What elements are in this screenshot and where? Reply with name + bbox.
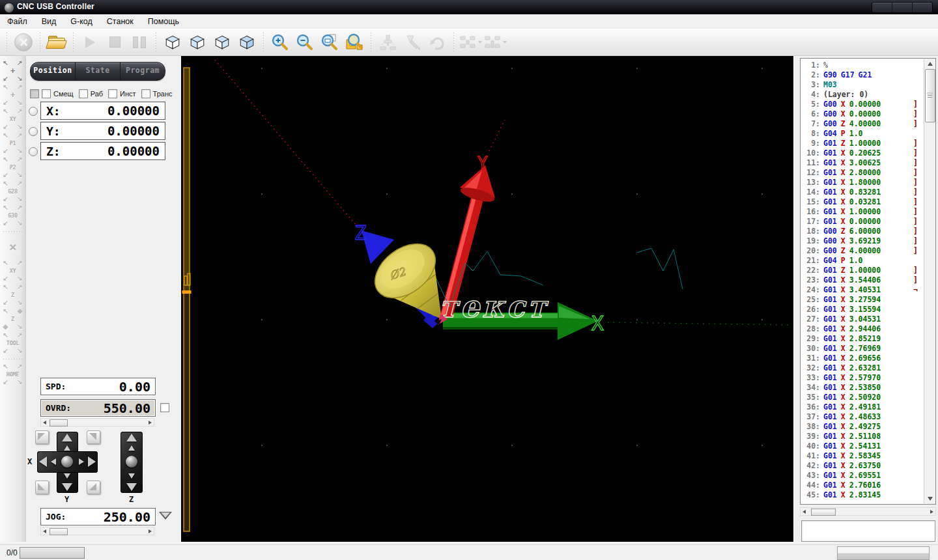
zero-z-button[interactable]: ↖↗↙↘Z — [2, 283, 24, 307]
maximize-button[interactable] — [892, 3, 913, 12]
jog-z-center-ball[interactable] — [126, 456, 137, 468]
scroll-thumb[interactable] — [925, 69, 935, 122]
gcode-line[interactable]: 16:G01X1.00000] — [801, 207, 923, 217]
gcode-line[interactable]: 39:G01X2.51108 — [801, 432, 923, 441]
measure-z-button[interactable]: ↖◆◆↘Z — [2, 307, 24, 331]
gcode-line[interactable]: 36:G01X2.49181 — [801, 402, 923, 412]
scroll-right-arrow-icon[interactable] — [930, 510, 933, 514]
jog-x-minus-icon[interactable] — [39, 456, 47, 467]
jog-x-plus-small-icon[interactable] — [79, 458, 84, 465]
zoom-extents-button[interactable] — [343, 31, 366, 54]
axes-preset-2-button[interactable] — [483, 31, 507, 54]
jog-speed-display[interactable]: JOG: 250.00 — [40, 508, 156, 525]
axis-display[interactable]: Z:0.00000 — [40, 142, 165, 160]
zoom-window-button[interactable] — [318, 31, 341, 54]
override-slider[interactable] — [40, 418, 154, 427]
jog-z-minus-small-icon[interactable] — [128, 473, 135, 479]
gcode-line[interactable]: 21:G04P1.0 — [801, 256, 923, 266]
jog-y-plus-icon[interactable] — [62, 434, 72, 441]
close-button[interactable] — [913, 3, 932, 12]
axis-radio[interactable] — [29, 127, 38, 136]
gcode-line[interactable]: 10:G01X0.20625] — [801, 148, 923, 158]
gcode-line[interactable]: 2:G90G17G21 — [801, 70, 923, 80]
gcode-line[interactable]: 38:G01X2.49275 — [801, 422, 923, 432]
gcode-line[interactable]: 17:G01X0.00000] — [801, 217, 923, 227]
gcode-line[interactable]: 15:G01X0.03281] — [801, 197, 923, 207]
checkbox-Смещ[interactable] — [42, 89, 51, 98]
jog-x-plus-icon[interactable] — [88, 456, 96, 467]
gcode-horizontal-scrollbar[interactable] — [800, 507, 936, 516]
gcode-line[interactable]: 32:G01X2.63281 — [801, 363, 923, 373]
tool-change-button[interactable]: ↖↗↙↘TOOL — [2, 331, 24, 355]
gcode-line[interactable]: 9:G01Z1.00000] — [801, 139, 923, 148]
minimize-button[interactable] — [872, 3, 892, 12]
gcode-line[interactable]: 14:G01X0.83281] — [801, 188, 923, 197]
jog-z-minus-icon[interactable] — [126, 483, 137, 491]
open-file-button[interactable] — [45, 31, 68, 54]
home-button[interactable]: ↖↗↙↘HOME — [2, 363, 24, 386]
tab-program[interactable]: Program — [121, 63, 165, 80]
gcode-line[interactable]: 29:G01X2.85219 — [801, 334, 923, 344]
menu-item-0[interactable]: Файл — [0, 16, 35, 27]
menu-item-3[interactable]: Станок — [100, 16, 141, 27]
slider-right-arrow-icon[interactable] — [149, 529, 152, 533]
gcode-line[interactable]: 23:G01X3.54406] — [801, 275, 923, 285]
viewport-3d[interactable]: текст Ø2 X Y Z — [181, 56, 793, 542]
checkbox-Транс[interactable] — [141, 89, 150, 98]
machine-button[interactable] — [376, 31, 399, 54]
gcode-line[interactable]: 31:G01X2.69656 — [801, 354, 923, 363]
goto-p2-button[interactable]: ↖↗↙↘P2 — [2, 156, 24, 179]
zero-all-button[interactable]: × — [2, 235, 24, 259]
gcode-line[interactable]: 28:G01X2.94406 — [801, 324, 923, 334]
slider-right-arrow-icon[interactable] — [149, 421, 152, 425]
checkbox-Инст[interactable] — [108, 89, 117, 98]
axes-preset-1-button[interactable] — [459, 31, 482, 54]
gcode-line[interactable]: 1:% — [801, 61, 923, 70]
gcode-line[interactable]: 24:G01X3.40531¬ — [801, 285, 923, 295]
gcode-line[interactable]: 7:G00Z4.00000] — [801, 119, 923, 129]
offset-move-alt-button[interactable]: ↖↗↙↘+ — [2, 83, 24, 107]
gcode-line[interactable]: 3:M03 — [801, 80, 923, 90]
offset-move-button[interactable]: ↖↗↙↘+ — [2, 59, 24, 83]
gcode-line[interactable]: 11:G01X3.00625] — [801, 158, 923, 168]
slider-left-arrow-icon[interactable] — [43, 529, 46, 533]
goto-p1-button[interactable]: ↖↗↙↘P1 — [2, 132, 24, 155]
jog-slider[interactable] — [40, 527, 154, 535]
gcode-line[interactable]: 30:G01X2.76969 — [801, 344, 923, 354]
scroll-thumb[interactable] — [811, 509, 836, 516]
gcode-line[interactable]: 45:G01X2.83145 — [801, 490, 923, 500]
checkbox-main[interactable] — [30, 89, 39, 98]
gcode-line[interactable]: 35:G01X2.50920 — [801, 393, 923, 402]
jog-y-plus-small-icon[interactable] — [64, 445, 70, 451]
stop-button[interactable] — [103, 31, 126, 54]
jog-y-minus-small-icon[interactable] — [64, 473, 70, 479]
tool-measure-button[interactable] — [401, 31, 424, 54]
slider-thumb[interactable] — [50, 528, 68, 535]
goto-g28-button[interactable]: ↖↗↙↘G28 — [2, 180, 24, 203]
tab-state[interactable]: State — [76, 63, 121, 80]
gcode-line[interactable]: 41:G01X2.58345 — [801, 451, 923, 461]
scroll-up-arrow-icon[interactable] — [928, 62, 933, 66]
override-display[interactable]: OVRD: 550.00 — [40, 399, 156, 417]
scroll-left-arrow-icon[interactable] — [803, 510, 806, 514]
gcode-vertical-scrollbar[interactable] — [924, 59, 935, 504]
gcode-line[interactable]: 34:G01X2.53850 — [801, 383, 923, 393]
rotate-view-button[interactable] — [425, 31, 449, 54]
jog-y-minus-icon[interactable] — [62, 483, 72, 491]
axis-display[interactable]: X:0.00000 — [40, 102, 165, 120]
jog-xy-diagonal-se-button[interactable] — [87, 481, 100, 494]
gcode-line[interactable]: 12:G01X2.80000] — [801, 168, 923, 178]
play-button[interactable] — [78, 31, 102, 54]
gcode-line[interactable]: 5:G00X0.00000] — [801, 100, 923, 109]
jog-xy-diagonal-nw-button[interactable] — [35, 430, 49, 444]
reset-button[interactable] — [12, 31, 35, 54]
zero-xy-button[interactable]: ↖↗↙↘XY — [2, 259, 24, 283]
gcode-line[interactable]: 44:G01X2.76016 — [801, 481, 923, 490]
view-top-button[interactable] — [161, 31, 184, 54]
gcode-line[interactable]: 42:G01X2.63750 — [801, 461, 923, 471]
gcode-line[interactable]: 40:G01X2.54131 — [801, 441, 923, 451]
menu-item-1[interactable]: Вид — [35, 16, 64, 27]
gcode-line[interactable]: 33:G01X2.57970 — [801, 373, 923, 383]
gcode-line[interactable]: 19:G00X3.69219] — [801, 236, 923, 246]
jog-z-plus-small-icon[interactable] — [128, 445, 135, 451]
